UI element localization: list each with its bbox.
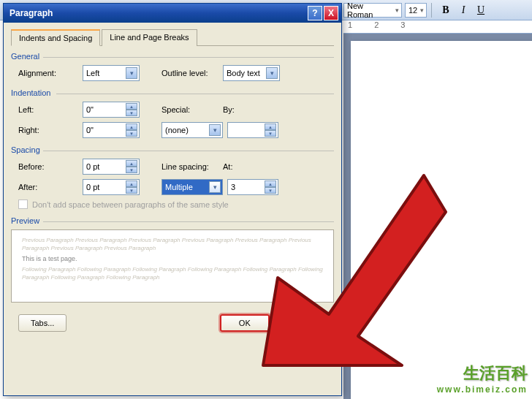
dialog-title: Paragraph (7, 8, 306, 18)
preview-box: Previous Paragraph Previous Paragraph Pr… (11, 229, 334, 303)
line-spacing-select[interactable]: Multiple (162, 179, 223, 195)
spin-up-icon[interactable]: ▲ (265, 180, 276, 187)
line-spacing-label: Line spacing: (162, 162, 223, 171)
group-indentation: Indentation (11, 88, 334, 97)
special-label: Special: (162, 105, 223, 114)
spin-down-icon[interactable]: ▼ (265, 130, 276, 137)
before-value: 0 pt (86, 162, 99, 171)
dropdown-arrow-icon (209, 124, 221, 136)
group-general: General (11, 52, 334, 61)
after-spinner[interactable]: 0 pt ▲▼ (83, 179, 140, 195)
indent-right-label: Right: (18, 126, 83, 134)
ruler-mark: 1 (348, 20, 352, 29)
dialog-tabs: Indents and Spacing Line and Page Breaks (11, 28, 334, 46)
paragraph-dialog: Paragraph ? X Indents and Spacing Line a… (3, 3, 342, 396)
before-label: Before: (18, 162, 83, 171)
indent-right-spinner[interactable]: 0" ▲▼ (83, 122, 140, 138)
dropdown-arrow-icon (266, 67, 278, 79)
watermark: 生活百科 www.bimeiz.com (437, 362, 528, 395)
indent-left-spinner[interactable]: 0" ▲▼ (83, 102, 140, 118)
help-button[interactable]: ? (308, 6, 322, 20)
tab-line-page-breaks[interactable]: Line and Page Breaks (102, 29, 197, 46)
page-background (343, 34, 532, 399)
spin-down-icon[interactable]: ▼ (126, 167, 137, 173)
outline-level-value: Body text (227, 69, 260, 77)
tab-indents-spacing[interactable]: Indents and Spacing (11, 29, 100, 46)
watermark-url: www.bimeiz.com (437, 384, 528, 395)
font-name-value: New Roman (347, 1, 390, 19)
font-size-value: 12 (408, 6, 417, 15)
at-spinner[interactable]: 3 ▲▼ (227, 179, 278, 195)
indent-right-value: 0" (86, 126, 94, 134)
preview-following-text: Following Paragraph Following Paragraph … (22, 265, 323, 281)
spin-up-icon[interactable]: ▲ (126, 123, 137, 130)
before-spinner[interactable]: 0 pt ▲▼ (83, 159, 140, 175)
spin-up-icon[interactable]: ▲ (126, 180, 137, 187)
dropdown-arrow-icon (209, 181, 221, 193)
underline-button[interactable]: U (474, 3, 488, 18)
bold-button[interactable]: B (438, 3, 453, 18)
alignment-label: Alignment: (18, 69, 83, 77)
font-size-select[interactable]: 12 (405, 3, 427, 18)
at-label: At: (223, 162, 259, 171)
by-label: By: (223, 105, 259, 114)
indent-left-label: Left: (18, 105, 83, 114)
at-value: 3 (231, 183, 235, 191)
indent-left-value: 0" (86, 105, 94, 114)
spin-up-icon[interactable]: ▲ (126, 160, 137, 167)
same-style-label: Don't add space between paragraphs of th… (32, 200, 229, 209)
ok-button[interactable]: OK (220, 314, 270, 332)
spin-up-icon[interactable]: ▲ (126, 103, 137, 110)
spin-down-icon[interactable]: ▼ (126, 187, 137, 194)
ruler-mark: 2 (374, 20, 379, 29)
by-spinner[interactable]: ▲▼ (227, 122, 278, 138)
ruler-mark: 3 (400, 20, 405, 29)
outline-level-select[interactable]: Body text (223, 65, 280, 81)
tabs-button[interactable]: Tabs... (18, 314, 66, 332)
spin-down-icon[interactable]: ▼ (126, 130, 137, 137)
font-name-select[interactable]: New Roman (343, 3, 402, 18)
toolbar-separator (431, 3, 434, 18)
alignment-value: Left (86, 69, 99, 77)
preview-previous-text: Previous Paragraph Previous Paragraph Pr… (22, 236, 323, 252)
horizontal-ruler: 1 2 3 (343, 20, 532, 34)
italic-button[interactable]: I (456, 3, 471, 18)
group-preview: Preview (11, 216, 334, 225)
watermark-text: 生活百科 (437, 362, 528, 384)
preview-sample-text: This is a test page. (22, 255, 323, 262)
dropdown-arrow-icon (126, 67, 137, 79)
cancel-button[interactable]: Cancel (277, 314, 327, 332)
spin-down-icon[interactable]: ▼ (126, 110, 137, 116)
special-value: (none) (165, 126, 189, 134)
dialog-titlebar[interactable]: Paragraph ? X (4, 4, 341, 23)
spin-up-icon[interactable]: ▲ (265, 123, 276, 130)
same-style-checkbox[interactable] (18, 200, 28, 209)
line-spacing-value: Multiple (165, 183, 193, 191)
after-label: After: (18, 183, 83, 191)
spin-down-icon[interactable]: ▼ (265, 187, 276, 194)
document-page[interactable] (351, 41, 532, 399)
alignment-select[interactable]: Left (83, 65, 140, 81)
close-button[interactable]: X (324, 6, 338, 20)
special-select[interactable]: (none) (162, 122, 223, 138)
outline-level-label: Outline level: (162, 69, 223, 77)
group-spacing: Spacing (11, 145, 334, 154)
after-value: 0 pt (86, 183, 99, 191)
